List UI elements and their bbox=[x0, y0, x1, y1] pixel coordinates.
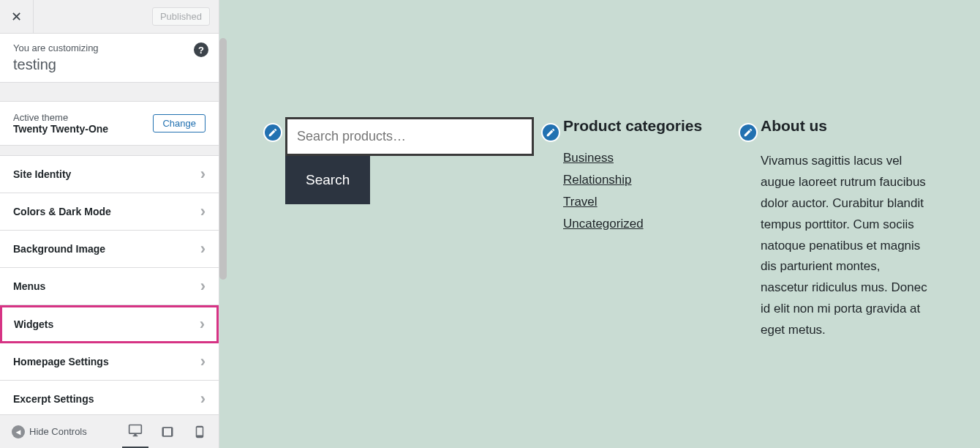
menu-item-label: Background Image bbox=[13, 243, 105, 255]
search-input[interactable] bbox=[285, 117, 534, 156]
chevron-right-icon: › bbox=[200, 165, 206, 184]
chevron-right-icon: › bbox=[200, 352, 206, 371]
chevron-right-icon: › bbox=[200, 277, 206, 296]
menu-item-label: Widgets bbox=[14, 318, 53, 330]
pencil-icon bbox=[546, 127, 556, 138]
chevron-right-icon: › bbox=[200, 315, 205, 334]
chevron-right-icon: › bbox=[200, 202, 206, 221]
theme-name: Twenty Twenty-One bbox=[13, 123, 108, 135]
close-icon: ✕ bbox=[11, 9, 22, 25]
desktop-preview-button[interactable] bbox=[122, 415, 148, 449]
menu-item-label: Excerpt Settings bbox=[13, 393, 94, 405]
menu-item-background-image[interactable]: Background Image› bbox=[0, 231, 219, 268]
widget-title: Product categories bbox=[563, 117, 731, 135]
hide-controls-button[interactable]: ◄ Hide Controls bbox=[6, 425, 93, 438]
scrollbar[interactable] bbox=[219, 38, 227, 280]
category-link[interactable]: Uncategorized bbox=[563, 217, 644, 231]
change-theme-button[interactable]: Change bbox=[153, 114, 206, 132]
menu-item-excerpt-settings[interactable]: Excerpt Settings› bbox=[0, 381, 219, 414]
theme-section: Active theme Twenty Twenty-One Change bbox=[0, 102, 219, 146]
category-list: BusinessRelationshipTravelUncategorized bbox=[563, 151, 731, 231]
menu-item-widgets[interactable]: Widgets› bbox=[0, 305, 219, 343]
customizer-sidebar: ✕ Published You are customizing testing … bbox=[0, 0, 219, 448]
edit-widget-button[interactable] bbox=[541, 123, 560, 142]
help-icon[interactable]: ? bbox=[194, 42, 208, 57]
search-button[interactable]: Search bbox=[285, 156, 370, 204]
site-title: testing bbox=[13, 56, 206, 73]
chevron-right-icon: › bbox=[200, 239, 206, 258]
list-item: Relationship bbox=[563, 173, 731, 187]
category-link[interactable]: Travel bbox=[563, 195, 598, 209]
list-item: Uncategorized bbox=[563, 217, 731, 231]
spacer bbox=[0, 146, 219, 156]
menu-item-homepage-settings[interactable]: Homepage Settings› bbox=[0, 343, 219, 381]
edit-widget-button[interactable] bbox=[739, 123, 758, 142]
customize-label: You are customizing bbox=[13, 42, 206, 53]
close-button[interactable]: ✕ bbox=[0, 0, 34, 34]
tablet-preview-button[interactable] bbox=[154, 415, 181, 449]
customize-info: You are customizing testing ? bbox=[0, 34, 219, 83]
menu-item-site-identity[interactable]: Site Identity› bbox=[0, 156, 219, 193]
menu-item-colors-dark-mode[interactable]: Colors & Dark Mode› bbox=[0, 193, 219, 231]
chevron-right-icon: › bbox=[200, 389, 206, 408]
categories-widget: Product categories BusinessRelationshipT… bbox=[563, 117, 731, 341]
theme-label: Active theme bbox=[13, 112, 108, 123]
widget-title: About us bbox=[761, 117, 929, 135]
edit-widget-button[interactable] bbox=[263, 123, 282, 142]
spacer bbox=[0, 83, 219, 102]
search-widget: Search bbox=[285, 117, 534, 341]
list-item: Travel bbox=[563, 195, 731, 209]
sidebar-header: ✕ Published bbox=[0, 0, 219, 34]
menu-item-menus[interactable]: Menus› bbox=[0, 268, 219, 305]
mobile-icon bbox=[193, 425, 206, 438]
tablet-icon bbox=[160, 425, 175, 439]
customizer-menu: Site Identity›Colors & Dark Mode›Backgro… bbox=[0, 156, 219, 414]
publish-button[interactable]: Published bbox=[152, 7, 210, 26]
category-link[interactable]: Business bbox=[563, 151, 614, 165]
menu-item-label: Homepage Settings bbox=[13, 356, 109, 367]
pencil-icon bbox=[268, 127, 278, 138]
menu-item-label: Site Identity bbox=[13, 168, 71, 180]
about-text: Vivamus sagittis lacus vel augue laoreet… bbox=[761, 151, 929, 341]
sidebar-footer: ◄ Hide Controls bbox=[0, 414, 219, 448]
list-item: Business bbox=[563, 151, 731, 165]
about-widget: About us Vivamus sagittis lacus vel augu… bbox=[761, 117, 929, 341]
collapse-icon: ◄ bbox=[12, 425, 25, 438]
pencil-icon bbox=[743, 127, 753, 138]
theme-info: Active theme Twenty Twenty-One bbox=[13, 112, 108, 135]
site-preview: Search Product categories BusinessRelati… bbox=[219, 0, 980, 448]
category-link[interactable]: Relationship bbox=[563, 173, 632, 187]
menu-item-label: Colors & Dark Mode bbox=[13, 206, 111, 217]
desktop-icon bbox=[128, 423, 143, 438]
menu-item-label: Menus bbox=[13, 280, 45, 292]
mobile-preview-button[interactable] bbox=[186, 415, 213, 449]
device-preview-toggles bbox=[122, 415, 213, 449]
footer-widgets: Search Product categories BusinessRelati… bbox=[219, 0, 980, 370]
hide-controls-label: Hide Controls bbox=[29, 426, 87, 437]
